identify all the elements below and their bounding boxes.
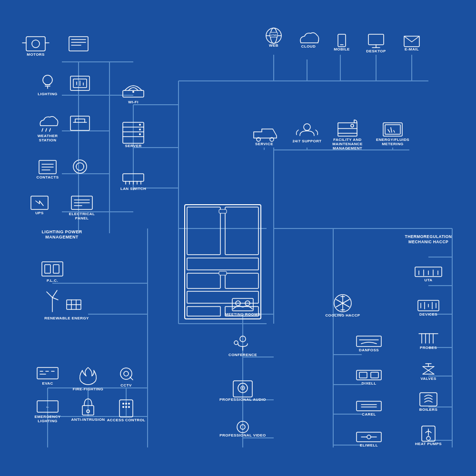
svg-rect-128: [82, 406, 94, 415]
svg-rect-226: [357, 336, 381, 347]
svg-text:FACILITY AND: FACILITY AND: [333, 138, 361, 142]
svg-rect-108: [67, 300, 81, 309]
svg-rect-195: [187, 258, 258, 270]
svg-point-121: [124, 371, 129, 376]
svg-point-217: [240, 425, 245, 429]
svg-rect-192: [185, 205, 261, 319]
svg-text:MANAGEMENT: MANAGEMENT: [45, 235, 79, 239]
svg-rect-196: [187, 273, 220, 288]
svg-rect-90: [31, 196, 48, 209]
svg-rect-92: [71, 196, 92, 209]
svg-text:BOILERS: BOILERS: [419, 407, 438, 412]
svg-rect-198: [187, 291, 258, 303]
svg-point-214: [242, 387, 243, 388]
svg-rect-231: [371, 372, 378, 378]
svg-rect-203: [232, 298, 253, 311]
svg-rect-171: [404, 36, 419, 47]
svg-text:CLOUD: CLOUD: [301, 44, 316, 49]
svg-text:LIGHTING: LIGHTING: [38, 419, 57, 423]
svg-text:MEETING ROOMS: MEETING ROOMS: [225, 312, 260, 317]
svg-point-173: [257, 138, 260, 141]
svg-point-120: [120, 368, 132, 379]
svg-rect-267: [420, 393, 437, 406]
svg-rect-113: [37, 367, 58, 379]
svg-rect-101: [45, 265, 50, 273]
svg-point-176: [304, 124, 310, 130]
svg-text:SERVER: SERVER: [125, 144, 141, 148]
svg-text:ANTI-INTRUSION: ANTI-INTRUSION: [71, 417, 105, 422]
svg-point-132: [122, 403, 124, 405]
svg-text:MECHANIC HACCP: MECHANIC HACCP: [408, 239, 448, 244]
svg-point-136: [125, 406, 127, 408]
diagram-container: .line { stroke: #5b8fcc; stroke-width: 2…: [0, 0, 476, 476]
svg-text:STATION: STATION: [39, 138, 57, 142]
svg-text:PROBES: PROBES: [420, 346, 437, 350]
svg-text:CONFERENCE: CONFERENCE: [228, 353, 257, 357]
svg-rect-63: [69, 37, 88, 51]
svg-rect-202: [219, 271, 227, 275]
svg-point-212: [238, 383, 248, 393]
svg-text:WI-FI: WI-FI: [128, 100, 139, 104]
svg-point-146: [139, 124, 141, 126]
svg-point-271: [426, 436, 430, 440]
svg-rect-82: [70, 116, 89, 130]
svg-point-157: [266, 28, 281, 43]
svg-point-133: [125, 403, 127, 405]
svg-text:FIRE-FIGHTING: FIRE-FIGHTING: [73, 387, 103, 391]
svg-line-222: [336, 299, 349, 307]
svg-point-158: [270, 28, 277, 43]
svg-rect-167: [368, 34, 384, 45]
svg-point-238: [367, 435, 371, 439]
svg-text:HTML: HTML: [270, 34, 278, 37]
svg-text:SERVICE: SERVICE: [255, 142, 273, 146]
svg-point-67: [43, 75, 52, 85]
svg-text:EMERGENCY: EMERGENCY: [34, 415, 60, 419]
svg-point-134: [128, 403, 130, 405]
svg-rect-72: [70, 76, 89, 90]
svg-rect-211: [233, 381, 252, 397]
svg-line-221: [336, 299, 349, 307]
svg-text:MANAGEMENT: MANAGEMENT: [333, 146, 362, 150]
svg-text:←: ←: [45, 404, 50, 409]
svg-point-213: [241, 386, 245, 390]
svg-point-61: [32, 40, 40, 48]
svg-text:24/7 SUPPORT: 24/7 SUPPORT: [292, 139, 321, 143]
svg-text:MAINTENANCE: MAINTENANCE: [332, 142, 363, 146]
svg-text:UPS: UPS: [35, 211, 44, 215]
svg-rect-269: [422, 426, 435, 441]
svg-line-106: [47, 292, 52, 298]
svg-line-79: [50, 129, 50, 131]
svg-text:CCTV: CCTV: [120, 383, 132, 387]
svg-line-188: [391, 128, 392, 132]
svg-text:ELIWELL: ELIWELL: [360, 443, 378, 447]
svg-line-105: [52, 290, 57, 298]
svg-rect-201: [219, 209, 227, 213]
svg-text:COOLING HACCP: COOLING HACCP: [325, 313, 360, 317]
svg-rect-131: [119, 400, 133, 417]
svg-text:CONTACTS: CONTACTS: [36, 175, 59, 179]
svg-rect-233: [357, 401, 381, 411]
svg-text:WEB: WEB: [269, 43, 278, 48]
svg-rect-186: [385, 125, 400, 134]
svg-rect-185: [383, 123, 402, 136]
svg-rect-84: [39, 160, 56, 174]
svg-rect-160: [270, 32, 278, 37]
svg-point-89: [73, 160, 87, 173]
svg-point-135: [122, 406, 124, 408]
svg-point-137: [128, 406, 130, 408]
svg-text:PANEL: PANEL: [75, 216, 89, 220]
svg-text:ACCESS CONTROL: ACCESS CONTROL: [107, 418, 146, 422]
svg-text:E-MAIL: E-MAIL: [405, 47, 419, 51]
svg-line-107: [52, 298, 58, 300]
svg-rect-73: [73, 79, 87, 88]
svg-text:VALVES: VALVES: [420, 377, 436, 381]
svg-point-181: [351, 124, 354, 127]
svg-rect-229: [357, 370, 381, 380]
svg-rect-150: [123, 174, 144, 181]
svg-text:DEVICES: DEVICES: [419, 312, 437, 317]
svg-text:MOTORS: MOTORS: [27, 52, 45, 57]
svg-rect-237: [357, 432, 381, 442]
svg-rect-142: [123, 122, 144, 143]
svg-point-148: [139, 133, 141, 135]
svg-rect-124: [37, 401, 58, 412]
